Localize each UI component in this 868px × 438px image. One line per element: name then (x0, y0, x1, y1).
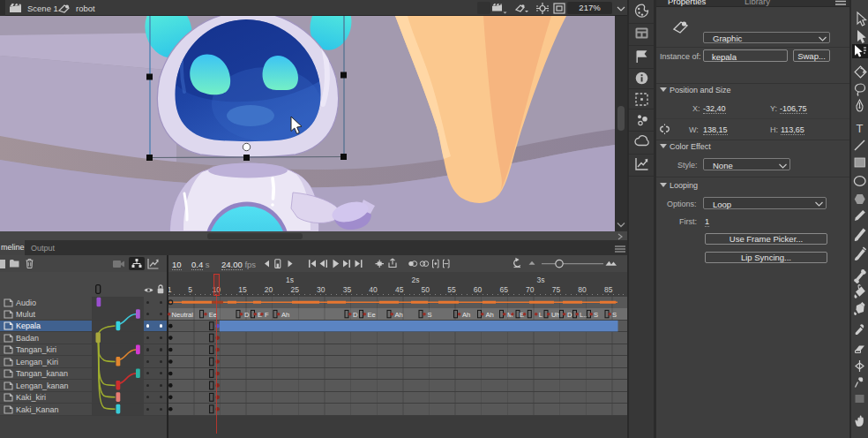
svg-text:D: D (244, 311, 250, 319)
svg-text:Uh: Uh (551, 311, 560, 319)
svg-text:Ah: Ah (462, 311, 470, 319)
svg-text:F: F (265, 311, 269, 319)
svg-text:Ee: Ee (368, 311, 376, 319)
svg-text:S: S (594, 311, 598, 319)
svg-text:Ah: Ah (395, 311, 403, 319)
svg-text:T: T (857, 122, 864, 135)
svg-text:L: L (539, 311, 542, 319)
svg-text:Ah: Ah (281, 311, 289, 319)
svg-text:S: S (612, 311, 617, 319)
svg-text:D: D (353, 311, 358, 319)
svg-text:D: D (567, 311, 572, 319)
svg-text:L..: L.. (580, 311, 587, 319)
svg-text:Ah: Ah (486, 311, 494, 319)
svg-text:S: S (428, 311, 432, 319)
svg-text:Neutral: Neutral (172, 311, 194, 319)
